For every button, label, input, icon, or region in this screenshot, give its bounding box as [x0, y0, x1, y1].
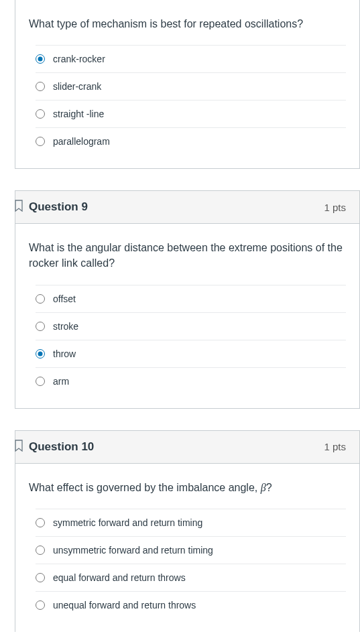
- question-prompt: What effect is governed by the imbalance…: [29, 480, 346, 495]
- question-card-10: Question 10 1 pts What effect is governe…: [15, 430, 360, 632]
- options-list: symmetric forward and return timing unsy…: [29, 509, 346, 625]
- option-label: equal forward and return throws: [53, 572, 186, 583]
- option-row[interactable]: crank-rocker: [36, 45, 346, 72]
- radio-icon[interactable]: [36, 54, 45, 64]
- question-points: 1 pts: [324, 202, 346, 213]
- option-label: unequal forward and return throws: [53, 600, 196, 610]
- options-list: crank-rocker slider-crank straight -line…: [29, 45, 346, 162]
- question-card-8: What type of mechanism is best for repea…: [15, 0, 360, 169]
- option-label: slider-crank: [53, 81, 101, 92]
- option-row[interactable]: offset: [36, 285, 346, 312]
- option-row[interactable]: equal forward and return throws: [36, 564, 346, 591]
- option-label: arm: [53, 376, 69, 387]
- bookmark-icon: [15, 200, 23, 213]
- option-row[interactable]: arm: [36, 367, 346, 395]
- radio-icon[interactable]: [36, 82, 45, 91]
- option-label: crank-rocker: [53, 54, 105, 64]
- radio-icon[interactable]: [36, 518, 45, 527]
- question-header: Question 9 1 pts: [15, 191, 359, 224]
- prompt-text: What effect is governed by the imbalance…: [29, 482, 261, 493]
- radio-icon[interactable]: [36, 545, 45, 555]
- question-prompt: What type of mechanism is best for repea…: [29, 16, 346, 31]
- question-body: What is the angular distance between the…: [15, 224, 359, 407]
- option-row[interactable]: stroke: [36, 312, 346, 340]
- radio-icon[interactable]: [36, 109, 45, 119]
- radio-icon[interactable]: [36, 349, 45, 359]
- question-title: Question 10: [29, 440, 94, 454]
- option-row[interactable]: parallelogram: [36, 127, 346, 155]
- options-list: offset stroke throw arm: [29, 285, 346, 401]
- question-body: What effect is governed by the imbalance…: [15, 464, 359, 632]
- question-points: 1 pts: [324, 441, 346, 452]
- option-label: throw: [53, 348, 76, 359]
- option-label: stroke: [53, 321, 78, 332]
- question-prompt: What is the angular distance between the…: [29, 240, 346, 271]
- option-row[interactable]: unequal forward and return throws: [36, 591, 346, 619]
- radio-icon[interactable]: [36, 137, 45, 146]
- option-label: offset: [53, 294, 76, 304]
- option-label: parallelogram: [53, 136, 110, 147]
- option-label: symmetric forward and return timing: [53, 517, 202, 528]
- radio-icon[interactable]: [36, 294, 45, 304]
- option-label: unsymmetric forward and return timing: [53, 545, 213, 556]
- option-row[interactable]: unsymmetric forward and return timing: [36, 536, 346, 564]
- beta-symbol: β: [261, 482, 266, 493]
- option-row[interactable]: throw: [36, 340, 346, 367]
- question-header: Question 10 1 pts: [15, 431, 359, 464]
- prompt-text: ?: [266, 482, 272, 493]
- radio-icon[interactable]: [36, 573, 45, 582]
- option-row[interactable]: straight -line: [36, 100, 346, 127]
- question-card-9: Question 9 1 pts What is the angular dis…: [15, 190, 360, 408]
- option-row[interactable]: slider-crank: [36, 72, 346, 100]
- radio-icon[interactable]: [36, 322, 45, 331]
- option-row[interactable]: symmetric forward and return timing: [36, 509, 346, 536]
- question-body: What type of mechanism is best for repea…: [15, 0, 359, 168]
- bookmark-icon: [15, 440, 23, 453]
- option-label: straight -line: [53, 109, 104, 119]
- radio-icon[interactable]: [36, 600, 45, 610]
- question-title: Question 9: [29, 200, 88, 214]
- radio-icon[interactable]: [36, 377, 45, 386]
